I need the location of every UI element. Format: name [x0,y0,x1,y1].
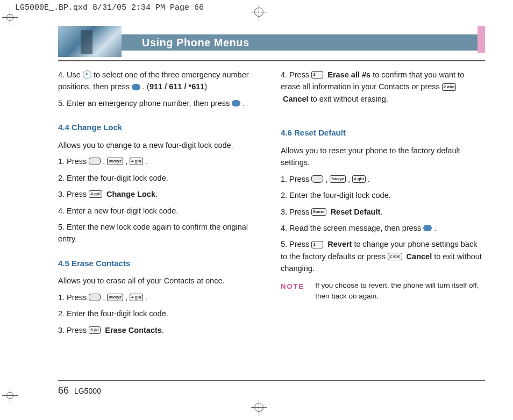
text: Change Lock [106,190,155,198]
text: 3. Press [58,190,89,198]
key-9-icon: 9wxyz [107,294,123,301]
text: , [325,175,330,183]
key-4-icon: 4 ghi [89,190,102,198]
body-text: 4. Use to select one of the three emerge… [58,69,262,93]
crop-mark-top-left [2,10,18,26]
title-band: Using Phone Menus [58,26,485,57]
body-text: 3. Press 5 jkl Erase Contacts. [58,324,262,336]
body-text: 1. Press , 9wxyz , 4 ghi . [281,173,485,185]
right-column: 4. Press 1 Erase all #s to confirm that … [281,69,485,340]
body-text: 1. Press , 9wxyz , 4 ghi . [58,155,262,167]
key-4-icon: 4 ghi [352,175,366,183]
text: , [103,157,107,166]
left-column: 4. Use to select one of the three emerge… [58,69,262,340]
text: 4. Use [58,70,83,79]
body-text: 4. Enter a new four-digit lock code. [58,205,262,217]
section-heading: 4.6 Reset Default [281,126,485,139]
key-5-icon: 5 jkl [89,326,101,334]
page-number: 66 [58,385,69,396]
note-text: If you choose to revert, the phone will … [315,280,485,302]
note-block: NOTE If you choose to revert, the phone … [281,280,485,302]
registration-mark-top [251,4,267,20]
ok-key-icon [232,100,240,106]
menu-key-icon [89,158,101,165]
section-heading: 4.5 Erase Contacts [58,257,262,269]
text: . [380,208,382,216]
text: 3. Press [281,208,311,216]
text: 911 / 611 / *611 [149,82,204,91]
body-text: 2. Enter the four-digit lock code. [281,189,485,201]
menu-key-icon [89,294,101,301]
text: 1. Press [58,157,89,166]
text: . ( [142,82,149,91]
body-text: 5. Enter the new lock code again to conf… [58,221,262,245]
text: 1. Press [58,293,89,302]
key-9-icon: 9wxyz [107,158,123,165]
text: 3. Press [58,326,89,334]
body-text: 3. Press 6mno Reset Default. [281,206,485,218]
key-6-icon: 6mno [311,208,326,216]
body-text: 5. Press 1 Revert to change your phone s… [281,238,485,274]
key-1-icon: 1 [311,241,323,248]
menu-key-icon [311,175,323,183]
text: 4. Press [281,70,311,79]
page-title: Using Phone Menus [122,34,485,51]
body-text: 2. Enter the four-digit lock code. [58,308,262,319]
text: . [145,293,147,302]
page-footer: 66 LG5000 [58,380,485,397]
key-2-icon: 2 abc [388,253,402,260]
section-tab [478,26,485,53]
body-text: 5. Enter an emergency phone number, then… [58,97,262,109]
body-text: 1. Press , 9wxyz , 4 ghi . [58,291,262,303]
ok-key-icon [132,84,140,90]
text: Reset Default [331,208,381,216]
text: . [368,175,370,183]
body-text: Allows you to reset your phone to the fa… [281,145,485,169]
text: Erase Contacts [105,326,162,334]
text: , [125,157,130,166]
model-name: LG5000 [74,387,101,395]
key-9-icon: 9wxyz [330,175,346,183]
section-heading: 4.4 Change Lock [58,121,262,133]
text: . [145,157,147,166]
text: Cancel [407,252,432,261]
title-photo [58,26,122,57]
key-4-icon: 4 ghi [130,294,143,301]
key-4-icon: 4 ghi [130,158,143,165]
text: 5. Enter an emergency phone number, then… [58,99,232,108]
text: ) [204,82,207,91]
text: . [162,326,164,334]
key-1-icon: 1 [311,71,323,79]
nav-ring-icon [83,70,91,79]
text: , [125,293,130,302]
document-meta-header: LG5000E_.BP.qxd 8/31/05 2:34 PM Page 66 [15,3,204,12]
text: , [103,293,107,302]
note-label: NOTE [281,280,304,302]
text: Cancel [283,95,309,103]
body-text: Allows you to change to a new four-digit… [58,139,262,151]
text: . [243,99,245,108]
ok-key-icon [423,225,432,231]
body-text: 4. Press 1 Erase all #s to confirm that … [281,69,485,105]
text: 1. Press [281,175,311,183]
text: to exit without erasing. [311,95,388,103]
key-2-icon: 2 abc [442,83,456,91]
body-text: Allows you to erase all of your Contacts… [58,275,262,287]
divider [58,60,485,61]
text: . [155,190,158,198]
body-text: 4. Read the screen message, then press . [281,222,485,234]
text: 4. Read the screen message, then press [281,224,423,232]
text: Revert [327,240,352,248]
divider [58,380,485,381]
text: . [434,224,436,232]
crop-mark-bottom-left [2,388,18,404]
text: 5. Press [281,240,311,248]
registration-mark-bottom [251,400,267,416]
body-text: 3. Press 4 ghi Change Lock. [58,188,262,200]
text: Erase all #s [327,70,370,79]
text: , [348,175,352,183]
body-text: 2. Enter the four-digit lock code. [58,172,262,184]
